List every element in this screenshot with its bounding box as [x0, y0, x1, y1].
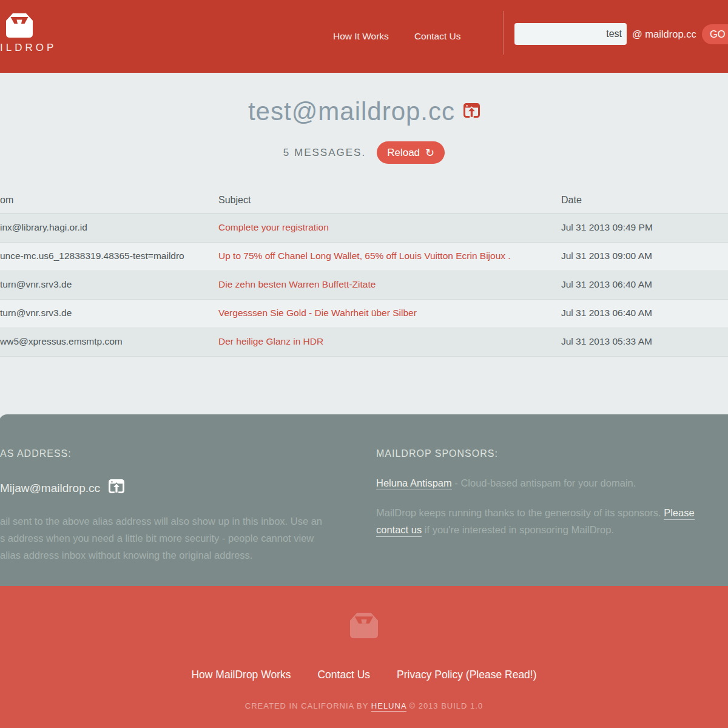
- sponsor-description: - Cloud-based antispam for your domain.: [452, 477, 636, 488]
- alias-export-icon-white[interactable]: [109, 479, 124, 497]
- alias-heading: AS ADDRESS:: [0, 448, 364, 459]
- info-panel: AS ADDRESS: Mijaw@maildrop.cc ail sent t…: [0, 414, 728, 586]
- message-subject: Die zehn besten Warren Buffett-Zitate: [218, 279, 376, 290]
- alias-address: Mijaw@maildrop.cc: [0, 482, 100, 495]
- header-divider: [503, 11, 504, 55]
- alias-description-line: ail sent to the above alias address will…: [0, 513, 364, 530]
- message-date: Jul 31 2013 09:49 PM: [561, 222, 653, 233]
- column-header-subject: Subject: [218, 195, 251, 206]
- message-date: Jul 31 2013 06:40 AM: [561, 308, 652, 318]
- sponsors-text: MailDrop keeps running thanks to the gen…: [376, 507, 664, 518]
- maildrop-logo[interactable]: ILDROP: [0, 13, 56, 54]
- alias-description-line: alias address inbox without knowing the …: [0, 547, 364, 564]
- contact-us-link[interactable]: contact us: [376, 524, 422, 537]
- bottom-footer: How MailDrop Works Contact Us Privacy Po…: [0, 586, 728, 728]
- sponsors-heading: MAILDROP SPONSORS:: [376, 448, 728, 459]
- domain-label: @ maildrop.cc: [632, 0, 696, 73]
- sponsors-description: MailDrop keeps running thanks to the gen…: [376, 504, 728, 538]
- message-subject-link[interactable]: Complete your registration: [218, 222, 329, 233]
- message-from: turn@vnr.srv3.de: [0, 308, 214, 318]
- message-row: turn@vnr.srv3.de Vergesssen Sie Gold - D…: [0, 300, 728, 328]
- inbox-address-title: test@maildrop.cc: [248, 97, 455, 126]
- nav-how-it-works[interactable]: How It Works: [333, 31, 389, 42]
- footer-inbox-icon: [0, 613, 728, 638]
- message-date: Jul 31 2013 09:00 AM: [561, 251, 652, 261]
- message-row: ww5@xpressus.emsmtp.com Der heilige Glan…: [0, 328, 728, 357]
- alias-section: AS ADDRESS: Mijaw@maildrop.cc ail sent t…: [0, 448, 364, 564]
- inbox-logo-icon: [0, 13, 56, 38]
- message-date: Jul 31 2013 05:33 AM: [561, 336, 652, 347]
- heluna-link[interactable]: HELUNA: [371, 701, 406, 712]
- credit-prefix: CREATED IN CALIFORNIA BY: [245, 701, 371, 710]
- table-header-row: om Subject Date: [0, 188, 728, 214]
- message-subject-link[interactable]: Der heilige Glanz in HDR: [218, 336, 323, 347]
- message-count: 5 MESSAGES.: [283, 147, 366, 159]
- message-date: Jul 31 2013 06:40 AM: [561, 279, 652, 290]
- sponsor-link[interactable]: Heluna Antispam: [376, 477, 452, 490]
- credit-suffix: © 2013 BUILD 1.0: [406, 701, 483, 710]
- alias-description: ail sent to the above alias address will…: [0, 513, 364, 564]
- message-row: inx@library.hagi.or.id Complete your reg…: [0, 214, 728, 243]
- nav-contact-us[interactable]: Contact Us: [414, 31, 461, 42]
- footer-credit: CREATED IN CALIFORNIA BY HELUNA © 2013 B…: [0, 701, 728, 710]
- message-from: inx@library.hagi.or.id: [0, 222, 214, 233]
- footer-link-contact-us[interactable]: Contact Us: [317, 669, 370, 681]
- reload-button[interactable]: Reload ↻: [377, 141, 445, 164]
- footer-nav: How MailDrop Works Contact Us Privacy Po…: [0, 669, 728, 681]
- logo-text: ILDROP: [0, 42, 56, 54]
- message-row: unce-mc.us6_12838319.48365-test=maildro …: [0, 243, 728, 271]
- message-table: om Subject Date inx@library.hagi.or.id C…: [0, 188, 728, 357]
- top-header-bar: ILDROP How It Works Contact Us @ maildro…: [0, 0, 728, 73]
- reload-button-label: Reload: [387, 147, 420, 159]
- sponsors-text: if you're interested in sponsoring MailD…: [422, 524, 614, 535]
- alias-export-icon[interactable]: [463, 103, 480, 121]
- message-from: ww5@xpressus.emsmtp.com: [0, 336, 214, 347]
- alias-description-line: s address when you need a little bit mor…: [0, 530, 364, 547]
- contact-us-link[interactable]: Please: [664, 507, 694, 520]
- message-subject: Der heilige Glanz in HDR: [218, 336, 323, 347]
- sponsors-section: MAILDROP SPONSORS: Heluna Antispam - Clo…: [376, 448, 728, 538]
- footer-link-how-maildrop-works[interactable]: How MailDrop Works: [191, 669, 291, 681]
- column-header-date: Date: [561, 195, 582, 206]
- inbox-name-input[interactable]: [514, 23, 627, 45]
- refresh-icon: ↻: [425, 147, 434, 158]
- go-button[interactable]: GO: [702, 24, 728, 44]
- message-subject-link[interactable]: Up to 75% off Chanel Long Wallet, 65% of…: [218, 251, 511, 261]
- message-subject: Complete your registration: [218, 222, 329, 233]
- header-nav: How It Works Contact Us: [333, 0, 461, 73]
- message-from: turn@vnr.srv3.de: [0, 279, 214, 290]
- message-subject: Up to 75% off Chanel Long Wallet, 65% of…: [218, 251, 511, 261]
- message-subject-link[interactable]: Vergesssen Sie Gold - Die Wahrheit über …: [218, 308, 417, 318]
- message-subject-link[interactable]: Die zehn besten Warren Buffett-Zitate: [218, 279, 376, 290]
- message-subject: Vergesssen Sie Gold - Die Wahrheit über …: [218, 308, 417, 318]
- message-from: unce-mc.us6_12838319.48365-test=maildro: [0, 251, 214, 261]
- column-header-from: om: [0, 195, 13, 206]
- footer-link-privacy-policy[interactable]: Privacy Policy (Please Read!): [397, 669, 537, 681]
- message-row: turn@vnr.srv3.de Die zehn besten Warren …: [0, 271, 728, 300]
